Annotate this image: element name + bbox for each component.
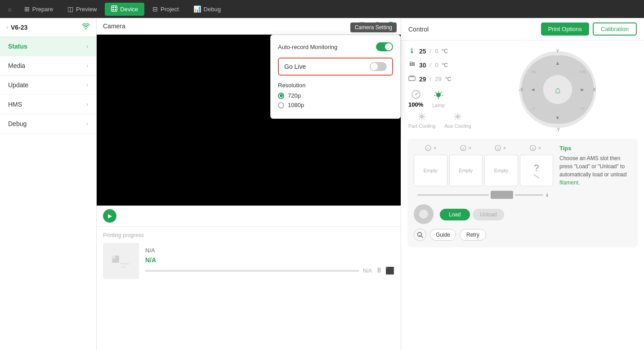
- prepare-icon: ⊞: [24, 5, 30, 13]
- nav-debug[interactable]: 📊 Debug: [187, 3, 227, 15]
- radio-1080p[interactable]: [278, 102, 284, 108]
- svg-text:⌂: ⌂: [555, 85, 561, 95]
- resolution-1080p[interactable]: 1080p: [278, 102, 393, 108]
- chevron-icon-hms: ›: [86, 101, 88, 108]
- speed-value: 100%: [408, 101, 423, 108]
- sidebar-item-update-label: Update: [8, 81, 28, 89]
- progress-actions: ⏸ ⬛: [376, 266, 394, 275]
- chevron-icon-update: ›: [86, 82, 88, 88]
- svg-text:4: 4: [532, 147, 534, 151]
- svg-text:+7: +7: [580, 107, 585, 111]
- ams-buttons: Load Unload: [440, 209, 504, 220]
- svg-rect-18: [411, 63, 413, 66]
- temp-value-0: 25: [419, 48, 426, 55]
- svg-rect-0: [112, 6, 117, 11]
- sidebar-item-status[interactable]: Status ›: [0, 37, 96, 56]
- ams-slot-3[interactable]: Empty: [484, 155, 518, 186]
- nav-prepare-label: Prepare: [32, 6, 53, 13]
- ams-section: 1 2 3 4: [407, 139, 638, 247]
- calibration-button[interactable]: Calibration: [593, 22, 637, 36]
- ams-slot-4[interactable]: ?: [520, 155, 554, 186]
- camera-panel: Camera: [97, 18, 401, 350]
- nav-preview[interactable]: ◫ Preview: [61, 3, 103, 15]
- temp-and-move: 25 / 0 °C: [401, 40, 644, 139]
- ams-slot-2[interactable]: Empty: [449, 155, 483, 186]
- tips-text-before: Choose an AMS slot then press "Load" or …: [559, 155, 626, 178]
- ams-slots-area: 1 2 3 4: [414, 145, 553, 241]
- sidebar-item-hms[interactable]: HMS ›: [0, 95, 96, 114]
- debug-icon: 📊: [193, 5, 201, 13]
- camera-label: Camera: [103, 22, 125, 30]
- nav-device[interactable]: Device: [105, 3, 144, 16]
- x-minus-label: -X: [519, 87, 523, 92]
- ams-slot-1[interactable]: Empty: [414, 155, 447, 186]
- tips-section: Tips Choose an AMS slot then press "Load…: [559, 145, 631, 241]
- temp-sep-2: /: [430, 76, 432, 82]
- content-area: Camera: [97, 18, 644, 350]
- resolution-720p[interactable]: 720p: [278, 92, 393, 99]
- temp-icon-1: [408, 61, 416, 69]
- retry-button[interactable]: Retry: [460, 229, 486, 241]
- control-panel: Control Print Options Calibration: [401, 18, 644, 350]
- ams-num-3: 3: [495, 145, 507, 151]
- nav-project[interactable]: ⊟ Project: [146, 3, 185, 15]
- ams-num-2: 2: [460, 145, 472, 151]
- camera-feed: Camera Setting Auto-record Monitoring Go…: [97, 35, 401, 206]
- progress-content: Bambu Lab N/A N/A N/A: [103, 243, 394, 279]
- svg-rect-17: [410, 63, 411, 66]
- x-plus-label: X: [593, 87, 596, 92]
- svg-point-16: [411, 51, 413, 54]
- sidebar-item-debug[interactable]: Debug ›: [0, 114, 96, 134]
- nav-prepare[interactable]: ⊞ Prepare: [18, 3, 59, 15]
- sidebar-item-debug-label: Debug: [8, 120, 27, 127]
- svg-text:Lab: Lab: [121, 265, 126, 268]
- auto-record-label: Auto-record Monitoring: [278, 44, 337, 50]
- auto-record-toggle[interactable]: [376, 42, 393, 51]
- ams-search-button[interactable]: [414, 229, 426, 241]
- speed-item: 100%: [408, 90, 423, 108]
- lamp-label: Lamp: [432, 103, 445, 108]
- ams-num-4: 4: [530, 145, 542, 151]
- temp-target-1: 0: [435, 62, 438, 68]
- guide-button[interactable]: Guide: [430, 229, 456, 241]
- temp-target-0: 0: [435, 48, 438, 54]
- temp-unit-1: °C: [442, 62, 447, 68]
- go-live-toggle[interactable]: [370, 62, 387, 71]
- wifi-icon: [82, 23, 90, 31]
- y-minus-label: -Y: [555, 127, 560, 132]
- ams-connector-line: [417, 194, 489, 196]
- temp-row-1: 30 / 0 °C: [408, 61, 471, 69]
- temp-target-2: 29: [435, 76, 441, 82]
- nav-preview-label: Preview: [76, 6, 97, 13]
- pause-button[interactable]: ⏸: [376, 266, 383, 275]
- ams-numbers: 1 2 3 4: [414, 145, 553, 151]
- svg-rect-3: [112, 9, 114, 10]
- temp-unit-2: °C: [445, 76, 451, 82]
- progress-bar: [145, 270, 359, 272]
- play-button[interactable]: ▶: [103, 209, 116, 223]
- camera-tooltip: Camera Setting: [350, 22, 397, 32]
- stop-button[interactable]: ⬛: [385, 266, 394, 275]
- temp-unit-0: °C: [442, 48, 447, 54]
- svg-text:▼: ▼: [555, 115, 560, 121]
- radio-720p[interactable]: [278, 93, 284, 99]
- ams-connector-row: 🌡: [414, 191, 553, 199]
- ams-num-1: 1: [425, 145, 437, 151]
- svg-text:►: ►: [580, 87, 585, 92]
- print-options-button[interactable]: Print Options: [541, 22, 589, 36]
- top-navigation: ⌂ ⊞ Prepare ◫ Preview Device ⊟ Project 📊…: [0, 0, 644, 18]
- part-cooling-item: Part Cooling: [408, 112, 436, 129]
- auto-record-row: Auto-record Monitoring: [278, 42, 393, 51]
- svg-text:-7: -7: [531, 107, 535, 111]
- svg-text:◄: ◄: [530, 87, 535, 92]
- temp-sep-1: /: [430, 62, 432, 68]
- control-label: Control: [408, 26, 429, 33]
- sidebar-item-media[interactable]: Media ›: [0, 56, 96, 76]
- sidebar-item-update[interactable]: Update ›: [0, 76, 96, 95]
- camera-settings-popup: Camera Setting Auto-record Monitoring Go…: [270, 35, 401, 119]
- temp-sep-0: /: [430, 48, 432, 54]
- load-button[interactable]: Load: [440, 209, 470, 220]
- home-button[interactable]: ⌂: [4, 3, 16, 15]
- go-live-label: Go Live: [284, 63, 306, 70]
- main-layout: › V6-23 Status › Media › Update ›: [0, 18, 644, 350]
